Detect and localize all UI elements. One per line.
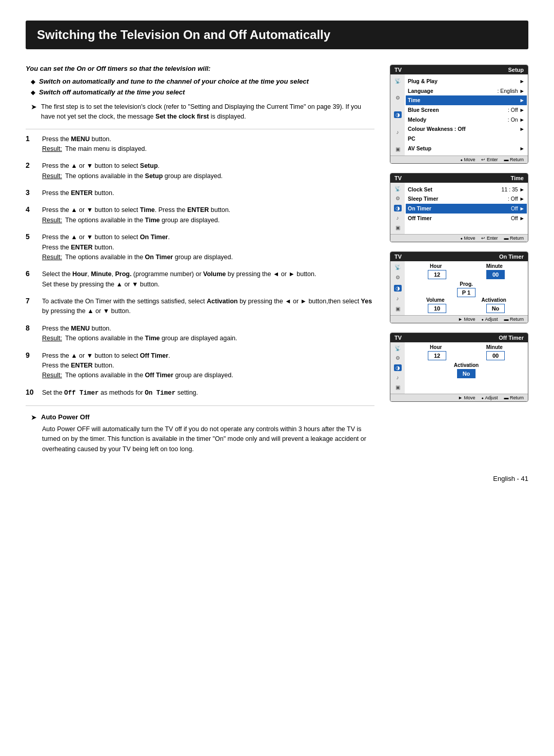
step-2-result: The options available in the Setup group… [65, 171, 223, 181]
off-timer-footer: ► Move ⬥ Adjust ▬ Return [390, 394, 528, 401]
step-4: 4 Press the ▲ or ▼ button to select Time… [26, 205, 374, 225]
off-timer-activation-label: Activation [408, 362, 525, 368]
on-timer-footer-return: ▬ Return [504, 317, 524, 322]
on-timer-tv-label: TV [394, 254, 402, 260]
setup-row-pc: PC [408, 134, 525, 144]
auto-power-header: ➤ Auto Power Off [31, 413, 374, 421]
on-timer-body: 📡 ⚙ ◑ ♪ ▣ Hour Minute 12 00 Prog. [390, 261, 528, 315]
off-timer-body: 📡 ⚙ ◑ ♪ ▣ Hour Minute 12 00 Activation [390, 342, 528, 394]
time-footer-return: ▬ Return [504, 236, 524, 241]
setup-panel-tv-label: TV [394, 67, 402, 73]
setup-panel-footer: ⬥ Move ↩ Enter ▬ Return [390, 156, 528, 163]
on-timer-sidebar-icon-3: ◑ [392, 284, 403, 292]
off-timer-sidebar: 📡 ⚙ ◑ ♪ ▣ [390, 342, 405, 394]
step-9: 9 Press the ▲ or ▼ button to select Off … [26, 351, 374, 381]
step-4-num: 4 [26, 205, 35, 214]
off-timer-sidebar-icon-1: 📡 [392, 344, 403, 353]
on-timer-minute-label: Minute [486, 263, 503, 269]
on-timer-hour-val: 12 [428, 270, 446, 279]
sidebar-icon-3: ◑ [392, 111, 403, 119]
time-icon: ◑ [394, 111, 402, 118]
step-10-content: Set the Off Timer as methods for On Time… [42, 388, 374, 398]
off-timer-hour-val: 12 [428, 351, 446, 360]
on-timer-footer: ► Move ⬥ Adjust ▬ Return [390, 315, 528, 323]
page-title: Switching the Television On and Off Auto… [26, 21, 528, 49]
step-2: 2 Press the ▲ or ▼ button to select Setu… [26, 161, 374, 181]
setup-panel-header: TV Setup [390, 65, 528, 74]
sound-icon-ot: ♪ [397, 296, 399, 301]
page-number: English - 41 [493, 475, 528, 482]
step-4-content: Press the ▲ or ▼ button to select Time. … [42, 205, 374, 225]
step-9-result: The options available in the Off Timer g… [65, 371, 233, 380]
off-timer-panel: TV Off Timer 📡 ⚙ ◑ ♪ ▣ Hour Minute [390, 333, 528, 402]
on-timer-activation-label: Activation [482, 297, 506, 303]
time-icon-t: ◑ [394, 205, 402, 211]
off-timer-sidebar-icon-5: ▣ [392, 383, 403, 392]
time-panel: TV Time 📡 ⚙ ◑ ♪ ▣ Clock Set 11 : 35 ► [390, 173, 528, 242]
setup-content: Plug & Play ► Language : English ► Time … [405, 74, 528, 156]
on-timer-header: TV On Timer [390, 252, 528, 261]
time-row-on: On Timer Off ► [406, 204, 527, 214]
off-timer-title: Off Timer [499, 335, 524, 341]
on-timer-vol-act-labels: Volume Activation [408, 297, 525, 303]
on-timer-activation-val: No [486, 304, 505, 313]
step-6-num: 6 [26, 269, 35, 278]
footer-enter: ↩ Enter [481, 157, 498, 162]
on-timer-sidebar: 📡 ⚙ ◑ ♪ ▣ [390, 261, 405, 315]
step-9-content: Press the ▲ or ▼ button to select Off Ti… [42, 351, 374, 381]
setup-panel-title: Setup [508, 67, 524, 73]
time-row-off: Off Timer Off ► [408, 214, 525, 223]
setup-row-blue: Blue Screen : Off ► [408, 105, 525, 115]
on-timer-hour-label: Hour [430, 263, 442, 269]
time-content: Clock Set 11 : 35 ► Sleep Timer : Off ► … [405, 183, 528, 234]
on-timer-panel: TV On Timer 📡 ⚙ ◑ ♪ ▣ Hour Minute [390, 251, 528, 323]
bullet-item-2: Switch off automatically at the time you… [26, 88, 374, 96]
on-timer-sidebar-icon-5: ▣ [392, 305, 403, 313]
sidebar-icon-5: ▣ [392, 145, 403, 153]
step-7-num: 7 [26, 297, 35, 305]
setup-row-language: Language : English ► [408, 86, 525, 96]
divider-top [26, 129, 374, 129]
step-2-num: 2 [26, 161, 35, 169]
on-timer-boxes: 12 00 [408, 270, 525, 279]
time-footer-enter: ↩ Enter [481, 236, 498, 241]
off-timer-footer-adjust: ⬥ Adjust [481, 395, 498, 400]
arrow-icon: ➤ [31, 103, 37, 122]
off-timer-sidebar-icon-3: ◑ [392, 364, 403, 372]
step-8-result: The options available in the Time group … [65, 334, 237, 343]
on-timer-prog-label: Prog. [408, 281, 525, 287]
step-5-content: Press the ▲ or ▼ button to select On Tim… [42, 232, 374, 262]
step-5: 5 Press the ▲ or ▼ button to select On T… [26, 232, 374, 262]
time-sidebar-icon-4: ♪ [392, 214, 403, 222]
setup-panel-body: 📡 ⚙ ◑ ♪ ▣ Plug & Play ► Language : Engli… [390, 74, 528, 156]
settings-icon-ft: ⚙ [395, 355, 400, 361]
on-timer-volume-val: 10 [428, 304, 446, 313]
antenna-icon-t: 📡 [394, 186, 401, 191]
off-timer-minute-label: Minute [486, 344, 503, 350]
page-footer: English - 41 [26, 475, 528, 482]
on-timer-minute-val: 00 [486, 270, 505, 279]
sidebar-icon-2: ⚙ [392, 93, 403, 102]
step-1-result: The main menu is displayed. [65, 144, 147, 154]
antenna-icon-ot: 📡 [394, 264, 401, 270]
step-1: 1 Press the MENU button. Result: The mai… [26, 134, 374, 154]
sound-icon-t: ♪ [397, 215, 399, 221]
settings-icon-t: ⚙ [395, 196, 400, 201]
sidebar-icon-4: ♪ [392, 128, 403, 136]
time-footer-move: ⬥ Move [460, 236, 476, 241]
time-icon-ot: ◑ [394, 285, 402, 292]
off-timer-activation-val: No [457, 369, 476, 378]
result-label-4: Result: [42, 216, 62, 225]
result-label: Result: [42, 144, 62, 154]
step-9-num: 9 [26, 351, 35, 359]
settings-icon: ⚙ [395, 95, 400, 101]
step-3: 3 Press the ENTER button. [26, 188, 374, 198]
on-timer-vol-act-boxes: 10 No [408, 304, 525, 313]
antenna-icon: 📡 [394, 78, 401, 84]
setup-sidebar: 📡 ⚙ ◑ ♪ ▣ [390, 74, 405, 156]
on-timer-footer-adjust: ⬥ Adjust [481, 317, 498, 322]
on-timer-title: On Timer [499, 254, 524, 260]
setup-row-time: Time ► [406, 95, 527, 105]
auto-power-section: ➤ Auto Power Off Auto Power OFF will aut… [26, 413, 374, 454]
on-timer-prog-box: P 1 [408, 288, 525, 297]
